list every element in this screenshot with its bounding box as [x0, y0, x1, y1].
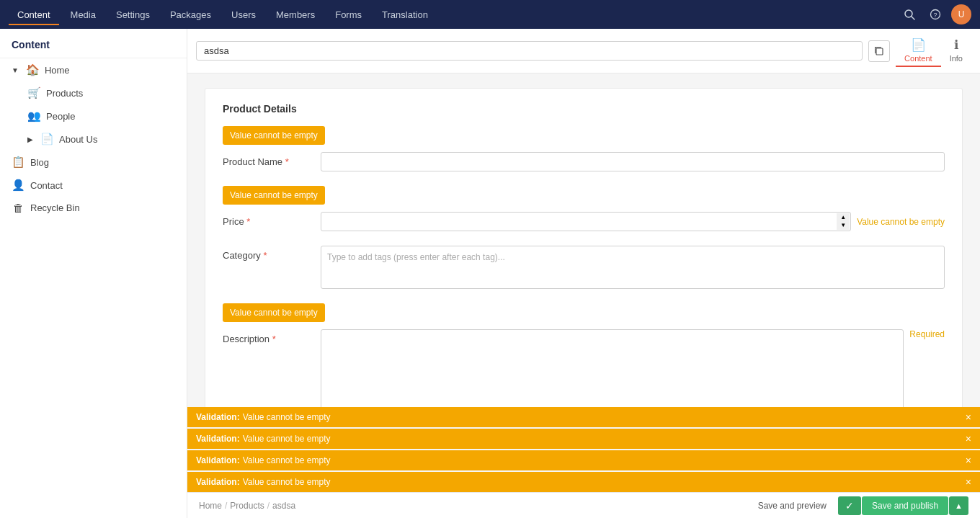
price-wrapper: ▲ ▼ Value cannot be empty — [321, 212, 945, 231]
validation-strip-2: Validation:Value cannot be empty × — [187, 429, 980, 449]
validation-strip-1: Validation:Value cannot be empty × — [187, 407, 980, 427]
price-spinners: ▲ ▼ — [837, 213, 850, 230]
sidebar-item-label: People — [46, 111, 75, 122]
breadcrumb-home[interactable]: Home — [199, 501, 222, 511]
sidebar-item-label: About Us — [59, 134, 97, 145]
sidebar-item-recycle-bin[interactable]: 🗑 Recycle Bin — [0, 197, 187, 219]
search-icon[interactable] — [899, 4, 919, 24]
save-group: ✓ Save and publish ▲ — [838, 496, 968, 515]
form-row-product-name: Product Name * — [223, 152, 945, 171]
sidebar-item-contact[interactable]: 👤 Contact — [0, 174, 187, 197]
product-name-input[interactable] — [321, 152, 945, 171]
sidebar-item-blog[interactable]: 📋 Blog — [0, 151, 187, 174]
recycle-bin-icon: 🗑 — [12, 202, 24, 214]
sidebar-item-products[interactable]: 🛒 Products — [0, 81, 187, 104]
bottom-actions: Save and preview ✓ Save and publish ▲ — [752, 496, 968, 515]
category-label: Category * — [223, 246, 309, 261]
price-input[interactable] — [321, 212, 851, 231]
breadcrumb-products[interactable]: Products — [230, 501, 264, 511]
validation-strip-3: Validation:Value cannot be empty × — [187, 450, 980, 470]
nav-item-content[interactable]: Content — [9, 5, 59, 24]
svg-rect-4 — [876, 48, 883, 55]
nav-item-users[interactable]: Users — [223, 5, 264, 24]
close-validation-1[interactable]: × — [966, 411, 971, 423]
form-content: Product Details Value cannot be empty Pr… — [187, 73, 980, 407]
save-publish-button[interactable]: Save and publish — [862, 496, 948, 515]
blog-icon: 📋 — [12, 156, 24, 169]
form-row-price: Price * ▲ ▼ Value cannot be empty — [223, 212, 945, 231]
products-icon: 🛒 — [27, 86, 40, 99]
tab-group: 📄 Content ℹ Info — [896, 35, 971, 67]
description-label: Description * — [223, 329, 309, 344]
save-preview-button[interactable]: Save and preview — [752, 498, 832, 514]
price-label: Price * — [223, 212, 309, 227]
content-area: 📄 Content ℹ Info Product Details Value c… — [187, 29, 980, 518]
chevron-down-icon: ▼ — [12, 66, 19, 74]
copy-button[interactable] — [868, 40, 890, 62]
sidebar-header: Content — [0, 29, 187, 58]
nav-item-packages[interactable]: Packages — [161, 5, 220, 24]
close-validation-3[interactable]: × — [966, 455, 971, 466]
description-validation-inline: Required — [909, 329, 945, 339]
save-check-button[interactable]: ✓ — [838, 496, 861, 515]
chevron-right-icon: ▶ — [27, 135, 33, 143]
validation-banner-price: Value cannot be empty — [223, 186, 325, 205]
form-row-category: Category * Type to add tags (press enter… — [223, 246, 945, 289]
user-avatar[interactable]: U — [951, 4, 971, 24]
sidebar-item-label: Recycle Bin — [30, 202, 80, 213]
breadcrumb-current: asdsa — [272, 501, 295, 511]
form-row-description: Description * Required — [223, 329, 945, 407]
sidebar: Content ▼ 🏠 Home 🛒 Products 👥 People ▶ 📄… — [0, 29, 187, 518]
help-icon[interactable]: ? — [925, 4, 945, 24]
content-topbar: 📄 Content ℹ Info — [187, 29, 980, 73]
nav-item-members[interactable]: Members — [267, 5, 324, 24]
top-nav: Content Media Settings Packages Users Me… — [0, 0, 980, 29]
page-icon: 📄 — [40, 133, 53, 146]
nav-item-forms[interactable]: Forms — [326, 5, 370, 24]
category-tag-input[interactable]: Type to add tags (press enter after each… — [321, 246, 945, 289]
content-tab-icon: 📄 — [911, 37, 926, 53]
sidebar-item-label: Contact — [30, 180, 63, 191]
contact-icon: 👤 — [12, 179, 24, 192]
product-details-section: Product Details Value cannot be empty Pr… — [205, 88, 963, 407]
home-icon: 🏠 — [26, 63, 39, 76]
tab-content[interactable]: 📄 Content — [896, 35, 941, 67]
sidebar-item-about[interactable]: ▶ 📄 About Us — [0, 128, 187, 151]
sidebar-item-home[interactable]: ▼ 🏠 Home — [0, 58, 187, 81]
sidebar-item-label: Home — [45, 65, 70, 76]
price-down-button[interactable]: ▼ — [837, 222, 850, 231]
description-textarea[interactable] — [321, 329, 904, 407]
sidebar-item-people[interactable]: 👥 People — [0, 104, 187, 128]
nav-item-media[interactable]: Media — [62, 5, 104, 24]
sidebar-item-label: Products — [46, 88, 83, 99]
validation-strip-4: Validation:Value cannot be empty × — [187, 472, 980, 492]
validation-banner-description: Value cannot be empty — [223, 303, 325, 322]
page-name-input[interactable] — [196, 41, 863, 61]
tab-info[interactable]: ℹ Info — [941, 35, 971, 67]
people-icon: 👥 — [27, 110, 40, 122]
product-name-label: Product Name * — [223, 152, 309, 167]
save-dropdown-button[interactable]: ▲ — [949, 496, 968, 515]
close-validation-2[interactable]: × — [966, 433, 971, 445]
section-title: Product Details — [223, 103, 945, 115]
bottom-bar: Home / Products / asdsa Save and preview… — [187, 492, 980, 518]
svg-text:?: ? — [933, 12, 937, 19]
close-validation-4[interactable]: × — [966, 476, 971, 488]
info-tab-icon: ℹ — [954, 37, 958, 53]
nav-item-settings[interactable]: Settings — [107, 5, 159, 24]
price-up-button[interactable]: ▲ — [837, 213, 850, 222]
validation-banner-product-name: Value cannot be empty — [223, 126, 325, 145]
price-validation-inline: Value cannot be empty — [857, 217, 945, 227]
nav-item-translation[interactable]: Translation — [373, 5, 437, 24]
price-input-container: ▲ ▼ — [321, 212, 851, 231]
svg-line-1 — [912, 17, 914, 19]
sidebar-item-label: Blog — [30, 157, 49, 168]
breadcrumb: Home / Products / asdsa — [199, 501, 295, 511]
